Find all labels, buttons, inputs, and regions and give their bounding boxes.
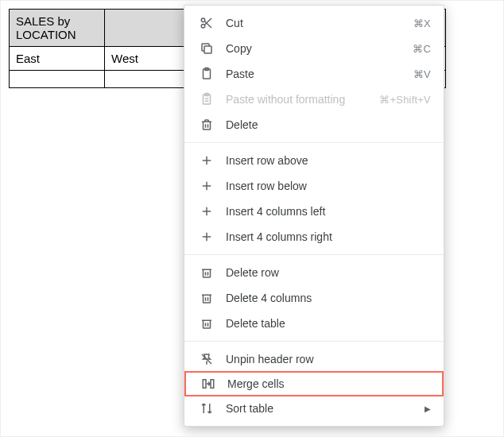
menu-label: Delete row — [226, 266, 431, 279]
trash-icon — [199, 315, 215, 331]
menu-shortcut: ⌘+Shift+V — [379, 94, 431, 106]
submenu-arrow-icon: ▶ — [425, 404, 431, 413]
menu-label: Paste without formatting — [226, 93, 379, 106]
trash-icon — [199, 117, 215, 133]
menu-label: Delete — [226, 118, 431, 131]
svg-point-1 — [201, 25, 205, 29]
cut-icon — [199, 15, 215, 31]
unpin-icon — [199, 351, 215, 367]
menu-item-insert-columns-right[interactable]: Insert 4 columns right — [184, 224, 444, 249]
menu-item-cut[interactable]: Cut ⌘X — [184, 10, 444, 36]
menu-shortcut: ⌘V — [413, 68, 431, 80]
sort-icon — [199, 400, 215, 416]
table-cell[interactable]: East — [10, 47, 105, 71]
menu-label: Delete 4 columns — [226, 292, 431, 304]
trash-icon — [199, 290, 215, 306]
table-cell[interactable] — [10, 71, 105, 88]
merge-cells-icon — [200, 376, 216, 392]
menu-item-insert-row-below[interactable]: Insert row below — [184, 173, 444, 199]
menu-item-insert-columns-left[interactable]: Insert 4 columns left — [184, 199, 444, 224]
svg-rect-2 — [204, 46, 211, 53]
menu-label: Unpin header row — [226, 353, 431, 365]
table-header-cell[interactable]: SALES by LOCATION — [10, 10, 105, 47]
menu-item-paste[interactable]: Paste ⌘V — [184, 61, 444, 87]
menu-item-delete[interactable]: Delete — [184, 112, 444, 137]
paste-icon — [199, 66, 215, 82]
menu-label: Copy — [226, 42, 413, 55]
menu-item-merge-cells[interactable]: Merge cells — [184, 371, 444, 396]
menu-label: Insert row above — [226, 154, 431, 167]
trash-icon — [199, 265, 215, 280]
menu-label: Merge cells — [227, 377, 429, 390]
menu-item-insert-row-above[interactable]: Insert row above — [184, 148, 444, 173]
menu-item-delete-columns[interactable]: Delete 4 columns — [184, 285, 444, 311]
menu-label: Delete table — [226, 317, 431, 330]
menu-label: Cut — [226, 17, 413, 29]
menu-separator — [184, 254, 444, 255]
menu-item-sort-table[interactable]: Sort table ▶ — [184, 396, 444, 421]
menu-separator — [184, 142, 444, 143]
menu-label: Insert row below — [226, 180, 431, 192]
svg-point-0 — [201, 18, 205, 22]
menu-label: Sort table — [226, 402, 418, 415]
menu-item-delete-row[interactable]: Delete row — [184, 260, 444, 285]
plus-icon — [199, 203, 215, 219]
plus-icon — [199, 153, 215, 168]
plus-icon — [199, 178, 215, 194]
menu-label: Insert 4 columns right — [226, 230, 431, 243]
context-menu: Cut ⌘X Copy ⌘C Paste ⌘V — [184, 5, 444, 427]
menu-shortcut: ⌘C — [413, 43, 431, 55]
menu-label: Paste — [226, 68, 413, 80]
paste-without-formatting-icon — [199, 91, 215, 107]
menu-label: Insert 4 columns left — [226, 205, 431, 218]
copy-icon — [199, 41, 215, 56]
menu-separator — [184, 341, 444, 342]
menu-item-delete-table[interactable]: Delete table — [184, 311, 444, 336]
menu-item-unpin-header-row[interactable]: Unpin header row — [184, 346, 444, 372]
menu-shortcut: ⌘X — [413, 17, 431, 29]
menu-item-paste-without-formatting: Paste without formatting ⌘+Shift+V — [184, 87, 444, 112]
menu-item-copy[interactable]: Copy ⌘C — [184, 36, 444, 61]
plus-icon — [199, 229, 215, 245]
